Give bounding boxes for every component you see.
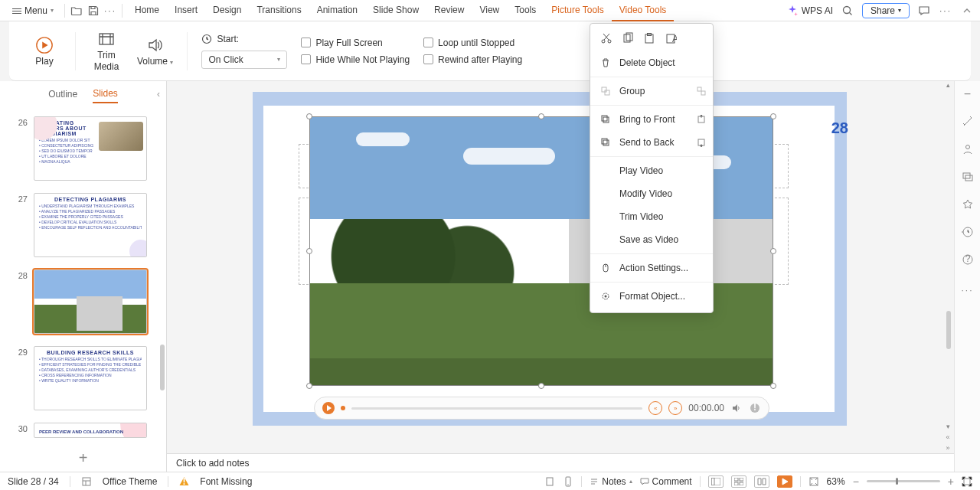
comment-toggle[interactable]: Comment	[640, 476, 692, 487]
next-slide-icon[interactable]: »	[943, 444, 952, 453]
slide-thumbnail[interactable]: BUILDING RESEARCH SKILLS • THOROUGH RESE…	[34, 346, 147, 410]
status-theme[interactable]: Office Theme	[103, 476, 158, 487]
search-icon[interactable]	[841, 4, 854, 18]
chat-icon[interactable]	[917, 4, 931, 18]
trim-media-button[interactable]: Trim Media	[90, 30, 123, 72]
wps-ai-button[interactable]: WPS AI	[786, 5, 833, 17]
tab-insert[interactable]: Insert	[167, 0, 205, 21]
resize-handle[interactable]	[538, 113, 544, 119]
tab-animation[interactable]: Animation	[309, 0, 365, 21]
start-dropdown[interactable]: On Click ▾	[201, 51, 287, 69]
context-bring-front[interactable]: Bring to Front	[590, 108, 713, 131]
loop-checkbox[interactable]: Loop until Stopped	[423, 38, 522, 48]
video-info-icon[interactable]: !	[749, 402, 761, 414]
scrollbar-thumb[interactable]	[160, 345, 165, 390]
star-icon[interactable]	[961, 198, 975, 211]
slides-tab[interactable]: Slides	[93, 85, 118, 103]
rewind-checkbox[interactable]: Rewind after Playing	[423, 54, 522, 65]
resize-handle[interactable]	[770, 113, 776, 119]
volume-button[interactable]: Volume ▾	[137, 36, 173, 67]
tab-slideshow[interactable]: Slide Show	[365, 0, 426, 21]
tab-home[interactable]: Home	[127, 0, 167, 21]
resize-handle[interactable]	[306, 113, 312, 119]
video-track[interactable]	[351, 407, 642, 410]
tab-transitions[interactable]: Transitions	[249, 0, 309, 21]
normal-view-button[interactable]	[708, 475, 724, 488]
tab-review[interactable]: Review	[426, 0, 472, 21]
tab-video-tools[interactable]: Video Tools	[612, 0, 675, 21]
resize-handle[interactable]	[770, 248, 776, 254]
slideshow-view-button[interactable]	[777, 475, 792, 488]
zoom-in-button[interactable]: +	[948, 475, 954, 488]
fit-page-icon[interactable]	[962, 476, 972, 487]
play-full-screen-checkbox[interactable]: Play Full Screen	[301, 38, 410, 48]
scroll-up-icon[interactable]: ▴	[943, 81, 952, 90]
page-icon[interactable]	[544, 476, 555, 487]
context-save-video[interactable]: .Save as Video	[590, 228, 713, 251]
phone-icon[interactable]	[563, 476, 573, 487]
save-icon[interactable]	[87, 4, 100, 18]
context-modify-video[interactable]: .Modify Video	[590, 182, 713, 205]
thumb-row[interactable]: 29 BUILDING RESEARCH SKILLS • THOROUGH R…	[0, 343, 166, 420]
video-playhead[interactable]	[341, 406, 345, 410]
slide-thumbnail[interactable]: DETECTING PLAGIARMS • UNDERSTAND PLAGIAR…	[34, 193, 147, 257]
video-volume-icon[interactable]	[730, 402, 743, 414]
context-format-object[interactable]: Format Object...	[590, 285, 713, 308]
thumb-row[interactable]: 28	[0, 266, 166, 343]
open-folder-icon[interactable]	[70, 4, 83, 18]
magic-icon[interactable]	[961, 115, 975, 129]
help-icon[interactable]: ?	[961, 253, 975, 266]
cut-icon[interactable]	[599, 31, 613, 45]
canvas-scrollbar[interactable]: ▴ ▾ « »	[943, 81, 952, 453]
thumbnail-list[interactable]: 26 EDUCATING OTHERS ABOUT PLAGIARISM • L…	[0, 107, 166, 444]
slide-thumbnail[interactable]: PEER REVIEW AND COLLABORATION	[34, 423, 147, 438]
context-play-video[interactable]: .Play Video	[590, 159, 713, 182]
person-icon[interactable]	[961, 142, 975, 156]
context-trim-video[interactable]: .Trim Video	[590, 205, 713, 228]
outline-tab[interactable]: Outline	[48, 86, 77, 103]
layers-icon[interactable]	[961, 170, 975, 184]
slide-thumbnail[interactable]: EDUCATING OTHERS ABOUT PLAGIARISM • LORE…	[34, 116, 147, 181]
tab-view[interactable]: View	[472, 0, 507, 21]
context-delete[interactable]: Delete Object	[590, 51, 713, 74]
share-button[interactable]: Share ▾	[862, 3, 910, 18]
menu-button[interactable]: Menu ▾	[6, 2, 60, 19]
paste-icon[interactable]	[642, 31, 656, 45]
resize-handle[interactable]	[306, 383, 312, 389]
add-slide-button[interactable]: +	[0, 444, 166, 472]
copy-icon[interactable]	[621, 31, 635, 45]
context-action-settings[interactable]: Action Settings...	[590, 256, 713, 279]
video-forward-button[interactable]: »	[668, 401, 682, 415]
notes-toggle[interactable]: Notes ▴	[590, 476, 632, 487]
notes-bar[interactable]: Click to add notes	[167, 453, 954, 472]
tab-design[interactable]: Design	[205, 0, 249, 21]
more-icon[interactable]: ···	[939, 4, 952, 18]
scroll-down-icon[interactable]: ▾	[943, 423, 952, 432]
prev-slide-icon[interactable]: «	[943, 433, 952, 443]
video-play-button[interactable]	[322, 402, 335, 414]
tab-tools[interactable]: Tools	[507, 0, 544, 21]
reading-view-button[interactable]	[754, 475, 769, 488]
context-send-back[interactable]: Send to Back	[590, 131, 713, 154]
hide-not-playing-checkbox[interactable]: Hide While Not Playing	[301, 54, 410, 65]
sorter-view-button[interactable]	[731, 475, 746, 488]
resize-handle[interactable]	[538, 383, 544, 389]
status-font-missing[interactable]: Font Missing	[200, 476, 252, 487]
minus-icon[interactable]: −	[961, 87, 975, 101]
video-rewind-button[interactable]: «	[648, 401, 662, 415]
thumb-row[interactable]: 26 EDUCATING OTHERS ABOUT PLAGIARISM • L…	[0, 113, 166, 190]
canvas[interactable]: 28 « » 00:00.0	[167, 81, 954, 472]
history-icon[interactable]	[961, 225, 975, 239]
resize-handle[interactable]	[770, 383, 776, 389]
collapse-ribbon-icon[interactable]	[960, 4, 974, 18]
zoom-value[interactable]: 63%	[827, 476, 845, 487]
more-icon[interactable]: ···	[103, 4, 117, 18]
more-icon[interactable]: ···	[961, 283, 975, 297]
thumb-row[interactable]: 30 PEER REVIEW AND COLLABORATION	[0, 420, 166, 438]
collapse-pane-icon[interactable]: ‹	[157, 89, 160, 100]
play-button[interactable]: Play	[28, 36, 61, 67]
zoom-out-button[interactable]: −	[853, 475, 859, 488]
tab-picture-tools[interactable]: Picture Tools	[544, 0, 611, 21]
paste-text-icon[interactable]: A	[664, 31, 678, 45]
slide-thumbnail-selected[interactable]	[34, 270, 147, 334]
